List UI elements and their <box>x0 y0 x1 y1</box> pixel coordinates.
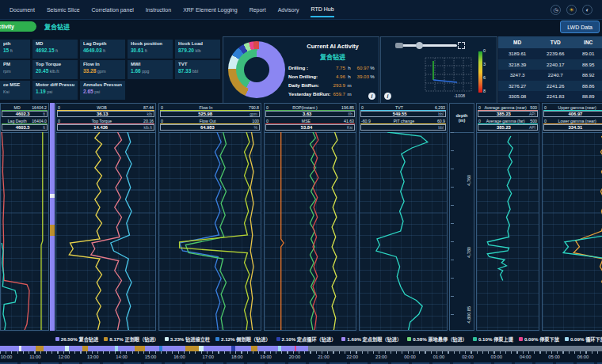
legend-color-chip <box>565 337 569 341</box>
activity-segment <box>44 346 65 351</box>
strip-segment <box>50 103 55 194</box>
track-value-row: 4602.3ft <box>2 111 48 117</box>
ai-stat-row: Drilling :7.75h60.97% <box>288 63 377 72</box>
ai-stat-row: Daily BitRun:293.9m <box>288 81 377 89</box>
nav-item-xrf-element-logging[interactable]: XRF Element Logging <box>183 2 237 17</box>
ai-stat-u: m <box>345 91 353 97</box>
history-icon[interactable]: ◷ <box>551 5 561 15</box>
time-label: 15:00 <box>145 355 157 359</box>
depth-tick-marks <box>451 132 454 330</box>
flow-track: 0Flow In790.8525.98gpm0Flow Out10064.983… <box>158 103 261 331</box>
table-row[interactable]: 3189.612239.6689.01 <box>498 48 602 59</box>
nav-item-advisory[interactable]: Advisory <box>278 2 299 17</box>
table-cell: 88.89 <box>574 91 602 102</box>
metric-card: TVT87.33 bbl <box>175 60 220 79</box>
track-current-value: 4603.5 <box>2 125 43 130</box>
table-row[interactable]: 3276.272241.2688.86 <box>498 81 602 92</box>
table-row[interactable]: 3247.32240.788.92 <box>498 70 602 81</box>
track-plot <box>1 132 48 330</box>
time-label: 12:00 <box>59 355 70 359</box>
legend-text: 26.50% 复合钻进 <box>61 336 98 343</box>
legend-item: 26.50% 复合钻进 <box>55 336 98 343</box>
track-current-value: 385.23 <box>478 112 529 116</box>
time-label: 16:00 <box>173 355 185 359</box>
depth-axis-column: depth(m)4,7604,7804,800.85 <box>449 103 474 331</box>
metric-number: 30.61 <box>131 47 143 53</box>
ai-stat-v2: 39.03 <box>353 74 369 79</box>
legend-color-chip <box>55 337 59 341</box>
nav-item-instruction[interactable]: Instruction <box>146 2 171 17</box>
legend-item: 0.09% 停泵下放 <box>519 336 559 343</box>
info-icon[interactable]: i <box>368 93 375 100</box>
track-scale-row: 0Lower gamma (near)500 <box>543 117 602 124</box>
metric-card: MD4692.15 ft <box>32 40 78 59</box>
metric-card: Lag Depth4649.03 ft <box>80 40 125 59</box>
metric-value: 30.61 ft <box>131 47 170 53</box>
track-value-unit: klb <box>147 112 154 116</box>
nav-item-document[interactable]: Document <box>10 2 35 17</box>
metric-value: 4649.03 ft <box>83 47 122 53</box>
metric-unit: bbl <box>191 69 198 74</box>
ai-stat-v: 4.96 <box>330 74 345 79</box>
legend-item: 2.12% 倒划眼（钻进） <box>215 336 271 343</box>
table-cell: 88.92 <box>574 70 602 81</box>
time-label: 10:00 <box>1 355 13 359</box>
log-curve <box>313 132 318 330</box>
table-cell: 3247.3 <box>498 70 536 81</box>
track-value-row: 385.23API <box>478 124 538 131</box>
activity-timeline-strip[interactable] <box>0 346 602 351</box>
track-current-value: 334.51 <box>544 125 602 130</box>
wellbore-3d-panel: 0368 -1008 i <box>380 36 497 104</box>
theme-icon[interactable]: ◐ <box>582 5 592 15</box>
depth-slider[interactable] <box>395 44 457 47</box>
table-row[interactable]: 3333.382242.3788.92 <box>498 102 602 103</box>
table-row[interactable]: 3218.392240.1788.95 <box>498 59 602 70</box>
track-current-value: 36.13 <box>58 112 147 116</box>
average-gamma-track: 0Average gamma (near)500385.23API0Averag… <box>476 103 539 331</box>
table-cell: 2240.17 <box>536 59 574 70</box>
track-plot <box>159 132 261 330</box>
slider-thumb[interactable] <box>416 42 423 49</box>
log-curve <box>91 132 122 330</box>
survey-table-panel: MDTVDINC 3189.612239.6689.013218.392240.… <box>498 36 602 102</box>
activity-segment <box>82 346 88 351</box>
lwd-data-button[interactable]: LWD Data <box>560 21 600 33</box>
metric-label: Hook Load <box>178 41 217 46</box>
nav-item-correlation-panel[interactable]: Correlation panel <box>92 2 134 17</box>
upper-lower-gamma-track: 0Upper gamma (near)500406.97API0Lower ga… <box>542 103 602 331</box>
legend-text: 0.58% 原地悬停（钻进） <box>413 336 467 343</box>
info-icon[interactable]: i <box>384 93 391 100</box>
ai-activity-badge[interactable]: AI Activity <box>0 21 36 32</box>
table-cell: 2239.66 <box>536 48 574 59</box>
activity-segment <box>88 346 115 351</box>
legend-item: 3.23% 钻进接立柱 <box>165 336 210 343</box>
metric-card: Hook position30.61 ft <box>128 40 173 59</box>
metric-card: Motor diff Pressure1.19 psi <box>32 81 78 100</box>
track-current-value: 14.436 <box>58 125 143 130</box>
track-value-unit: Ksi <box>347 125 354 130</box>
ai-stat-u: m <box>345 82 353 88</box>
metric-card: Top Torque20.45 klb.ft <box>32 60 78 79</box>
legend-item: 1.69% 定点划眼（钻进） <box>341 336 402 343</box>
strip-segment <box>50 236 55 331</box>
light-bulb-icon[interactable]: ☀ <box>566 5 577 15</box>
activity-donut-hole <box>244 57 269 82</box>
table-cell: 89.01 <box>574 48 602 59</box>
wellbore-3d-view[interactable] <box>422 55 474 94</box>
table-row[interactable]: 3305.082241.8388.89 <box>498 91 602 102</box>
fullscreen-icon[interactable] <box>458 42 465 49</box>
time-label: 02:00 <box>462 355 474 359</box>
track-value-row: 525.98gpm <box>160 111 260 117</box>
legend-color-chip <box>473 337 477 341</box>
ai-activity-panel: Current AI Activity 复合钻进 Drilling :7.75h… <box>223 36 379 104</box>
time-label: 05:00 <box>548 355 560 359</box>
track-plot <box>543 132 602 330</box>
activity-segment <box>257 346 278 351</box>
nav-item-rtd-hub[interactable]: RTD Hub <box>311 2 333 17</box>
metric-value: 4692.15 ft <box>36 47 74 53</box>
metric-number: 87.33 <box>178 68 191 74</box>
colorbar-tick: 3 <box>483 62 486 66</box>
metric-unit: ft <box>102 48 106 53</box>
nav-item-report[interactable]: Report <box>250 2 266 17</box>
nav-item-seismic-slice[interactable]: Seismic Slice <box>47 2 80 17</box>
